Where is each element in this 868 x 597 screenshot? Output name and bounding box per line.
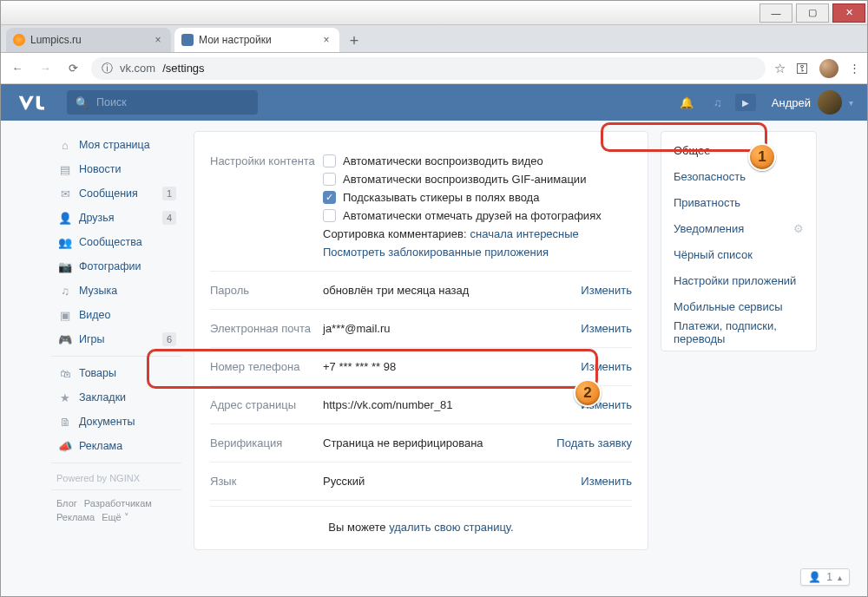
key-icon[interactable]: ⚿ [796, 61, 809, 75]
dock-count: 1 [826, 571, 832, 583]
footer-link-ads[interactable]: Реклама [56, 512, 95, 523]
music-player-icon[interactable]: ♫ [704, 89, 732, 116]
nav-photos[interactable]: 📷Фотографии [51, 254, 181, 279]
nav-bookmarks[interactable]: ★Закладки [51, 385, 181, 410]
search-icon: 🔍 [76, 96, 89, 109]
footer-link-blog[interactable]: Блог [56, 498, 77, 508]
opt-autoplay-video[interactable]: Автоматически воспроизводить видео [323, 154, 632, 167]
change-password-link[interactable]: Изменить [581, 284, 632, 297]
tab-close-icon[interactable]: × [152, 34, 164, 46]
right-nav-security[interactable]: Безопасность [661, 163, 816, 189]
delete-page-link[interactable]: удалить свою страницу. [389, 521, 514, 534]
nav-music[interactable]: ♫Музыка [51, 279, 181, 303]
window-maximize-button[interactable]: ▢ [796, 3, 829, 23]
chat-mini-dock[interactable]: 👤 1 ▴ [800, 568, 850, 586]
nav-messages[interactable]: ✉Сообщения1 [51, 181, 181, 206]
music-icon: ♫ [56, 285, 74, 298]
nav-reload-button[interactable]: ⟳ [63, 59, 82, 78]
blocked-apps-link[interactable]: Посмотреть заблокированные приложения [323, 246, 549, 259]
right-nav-payments[interactable]: Платежи, подписки, переводы [661, 319, 816, 345]
change-address-link[interactable]: Изменить [581, 398, 632, 411]
search-placeholder: Поиск [96, 96, 127, 108]
vk-avatar [818, 90, 842, 115]
row-value-lang: Русский [323, 475, 581, 488]
row-value-phone: +7 *** *** ** 98 [323, 360, 581, 373]
powered-by-text: Powered by NGINX [51, 468, 181, 485]
nav-ads[interactable]: 📣Реклама [51, 434, 181, 458]
nav-documents[interactable]: 🗎Документы [51, 410, 181, 434]
home-icon: ⌂ [56, 139, 74, 152]
browser-menu-button[interactable]: ⋮ [849, 62, 860, 75]
online-friend-icon: 👤 [808, 571, 821, 583]
opt-autoplay-gif[interactable]: Автоматически воспроизводить GIF-анимаци… [323, 173, 632, 186]
friends-icon: 👤 [56, 212, 74, 225]
row-label-phone: Номер телефона [210, 360, 323, 373]
right-nav-app-settings[interactable]: Настройки приложений [661, 267, 816, 293]
vk-account-menu[interactable]: Андрей ▾ [772, 90, 853, 115]
right-nav-blacklist[interactable]: Чёрный список [661, 241, 816, 267]
delete-page-footer: Вы можете удалить свою страницу. [210, 506, 632, 549]
badge-count: 4 [162, 211, 176, 225]
nav-market[interactable]: 🛍Товары [51, 361, 181, 385]
nav-friends[interactable]: 👤Друзья4 [51, 206, 181, 230]
nav-forward-button[interactable]: → [36, 59, 55, 78]
footer-link-dev[interactable]: Разработчикам [84, 498, 152, 508]
vk-header: 🔍 Поиск 🔔 ♫ ▶ Андрей ▾ [1, 84, 867, 121]
messages-icon: ✉ [56, 187, 74, 200]
row-label-lang: Язык [210, 475, 323, 488]
nav-back-button[interactable]: ← [8, 59, 27, 78]
tab-close-icon[interactable]: × [320, 34, 332, 46]
right-nav-privacy[interactable]: Приватность [661, 189, 816, 215]
verify-request-link[interactable]: Подать заявку [556, 436, 632, 449]
nav-communities[interactable]: 👥Сообщества [51, 230, 181, 254]
row-value-address: https://vk.com/number_81 [323, 398, 581, 411]
gear-icon[interactable]: ⚙ [793, 222, 804, 235]
url-path: /settings [162, 62, 204, 75]
nav-games[interactable]: 🎮Игры6 [51, 327, 181, 351]
nav-my-page[interactable]: ⌂Моя страница [51, 133, 181, 157]
right-nav-general[interactable]: Общее [661, 137, 816, 163]
browser-tab-vk-settings[interactable]: Мои настройки × [174, 28, 339, 52]
window-close-button[interactable]: ✕ [832, 3, 865, 23]
market-icon: 🛍 [56, 367, 74, 380]
row-value-password: обновлён три месяца назад [323, 284, 581, 297]
document-icon: 🗎 [56, 416, 74, 429]
site-info-icon[interactable]: ⓘ [102, 61, 113, 76]
address-bar[interactable]: ⓘ vk.com/settings [91, 57, 766, 80]
nav-news[interactable]: ▤Новости [51, 157, 181, 181]
badge-count: 1 [162, 187, 176, 200]
change-phone-link[interactable]: Изменить [581, 360, 632, 373]
comment-sort-value[interactable]: сначала интересные [470, 227, 579, 240]
window-titlebar: — ▢ ✕ [1, 1, 867, 25]
vk-username: Андрей [772, 96, 811, 109]
vk-search-field[interactable]: 🔍 Поиск [67, 90, 258, 115]
change-lang-link[interactable]: Изменить [581, 475, 632, 488]
window-minimize-button[interactable]: — [760, 3, 792, 23]
footer-link-more[interactable]: Ещё ˅ [102, 512, 129, 523]
browser-tabstrip: Lumpics.ru × Мои настройки × + [1, 25, 867, 53]
star-bookmark-icon[interactable]: ☆ [774, 61, 786, 76]
checkbox-unchecked-icon [323, 209, 336, 222]
new-tab-button[interactable]: + [343, 30, 365, 52]
notifications-bell-icon[interactable]: 🔔 [673, 89, 700, 116]
vk-logo[interactable] [15, 92, 48, 113]
games-icon: 🎮 [56, 333, 74, 346]
left-nav-footer: Блог Разработчикам Реклама Ещё ˅ [51, 495, 181, 527]
change-email-link[interactable]: Изменить [581, 322, 632, 335]
row-value-email: ja***@mail.ru [323, 322, 581, 335]
right-nav-notifications[interactable]: Уведомления⚙ [661, 215, 816, 241]
opt-autotag-friends[interactable]: Автоматически отмечать друзей на фотогра… [323, 209, 632, 222]
video-player-icon[interactable]: ▶ [735, 94, 756, 111]
news-icon: ▤ [56, 163, 74, 176]
opt-sticker-hint[interactable]: ✓Подсказывать стикеры в полях ввода [323, 191, 632, 204]
vk-left-nav: ⌂Моя страница ▤Новости ✉Сообщения1 👤Друз… [51, 131, 181, 527]
checkbox-unchecked-icon [323, 154, 336, 167]
camera-icon: 📷 [56, 260, 74, 273]
tab-title: Lumpics.ru [30, 34, 152, 46]
right-nav-mobile[interactable]: Мобильные сервисы [661, 293, 816, 319]
tab-title: Мои настройки [199, 34, 320, 46]
nav-video[interactable]: ▣Видео [51, 303, 181, 327]
browser-tab-lumpics[interactable]: Lumpics.ru × [6, 28, 171, 52]
badge-count: 6 [162, 332, 176, 346]
profile-avatar-button[interactable] [819, 59, 838, 78]
